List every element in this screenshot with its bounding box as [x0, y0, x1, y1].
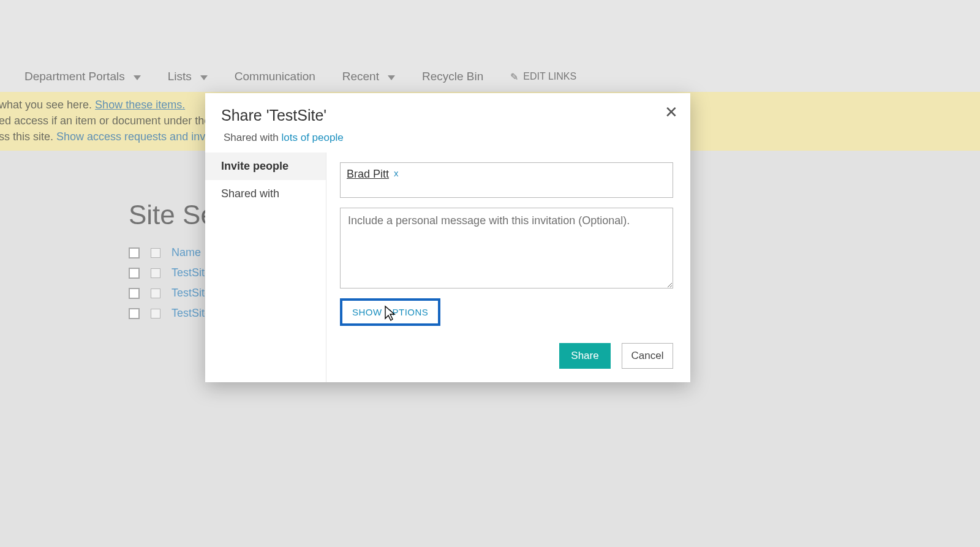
shared-prefix: Shared with — [224, 132, 282, 143]
shared-with-link[interactable]: lots of people — [282, 132, 344, 143]
dialog-side-tabs: Invite people Shared with — [205, 153, 326, 382]
dialog-title: Share 'TestSite' — [221, 107, 674, 124]
dialog-header: Share 'TestSite' ✕ — [205, 93, 690, 126]
share-dialog: Share 'TestSite' ✕ Shared with lots of p… — [205, 93, 690, 382]
show-options-button[interactable]: SHOW OPTIONS — [340, 298, 440, 326]
message-input[interactable] — [340, 208, 673, 289]
close-icon[interactable]: ✕ — [665, 104, 678, 120]
remove-person-icon[interactable]: x — [394, 168, 399, 178]
people-picker[interactable]: Brad Pitt x — [340, 162, 673, 198]
cancel-button[interactable]: Cancel — [622, 343, 673, 369]
tab-shared-with[interactable]: Shared with — [205, 180, 326, 208]
dialog-body: Invite people Shared with Brad Pitt x SH… — [205, 153, 690, 382]
person-chip[interactable]: Brad Pitt — [347, 168, 389, 181]
tab-invite-people[interactable]: Invite people — [205, 153, 326, 180]
invite-form: Brad Pitt x SHOW OPTIONS Share Cancel — [326, 153, 690, 382]
dialog-button-row: Share Cancel — [340, 343, 673, 369]
modal-overlay: Share 'TestSite' ✕ Shared with lots of p… — [0, 0, 980, 547]
share-button[interactable]: Share — [559, 343, 611, 369]
shared-with-summary: Shared with lots of people — [205, 126, 690, 153]
